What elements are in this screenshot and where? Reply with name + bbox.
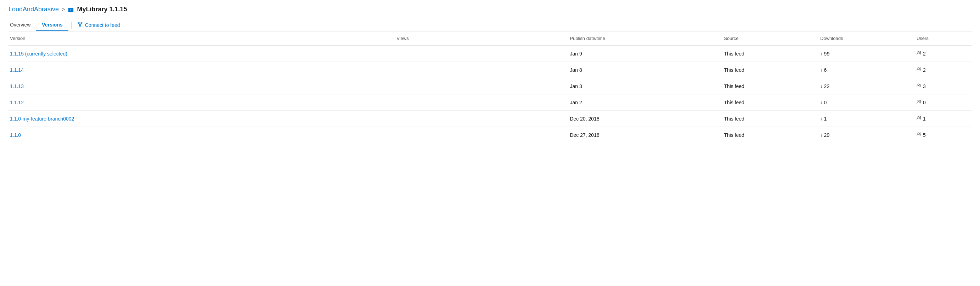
version-link[interactable]: 1.1.15 (currently selected) [10, 51, 67, 57]
connect-to-feed-label: Connect to feed [85, 22, 120, 28]
svg-point-13 [920, 84, 921, 85]
users-count: 2 [923, 67, 926, 73]
download-icon: ↓ [820, 84, 822, 89]
svg-point-15 [920, 100, 921, 102]
version-users: 5 [914, 127, 972, 143]
versions-table-container: Version Views Publish date/time Source D… [0, 32, 980, 143]
tab-divider [71, 22, 72, 28]
breadcrumb-title: MyLibrary 1.1.15 [77, 6, 127, 13]
version-link[interactable]: 1.1.14 [10, 67, 24, 73]
col-header-publish: Publish date/time [567, 32, 721, 46]
version-source: This feed [721, 111, 818, 127]
version-downloads: ↓6 [818, 62, 914, 78]
download-icon: ↓ [820, 67, 822, 73]
svg-point-12 [918, 84, 919, 85]
version-downloads: ↓0 [818, 95, 914, 111]
version-source: This feed [721, 95, 818, 111]
table-row: 1.1.12Jan 2This feed↓00 [8, 95, 972, 111]
version-views [394, 95, 567, 111]
download-icon: ↓ [820, 51, 822, 56]
users-icon [916, 83, 921, 89]
version-downloads: ↓29 [818, 127, 914, 143]
users-count: 0 [923, 100, 926, 105]
version-publish: Jan 9 [567, 46, 721, 62]
version-users: 0 [914, 95, 972, 111]
versions-table: Version Views Publish date/time Source D… [8, 32, 972, 143]
users-icon [916, 132, 921, 138]
version-publish: Jan 8 [567, 62, 721, 78]
version-downloads: ↓99 [818, 46, 914, 62]
svg-point-4 [81, 22, 82, 24]
version-downloads: ↓22 [818, 78, 914, 95]
version-publish: Jan 3 [567, 78, 721, 95]
svg-point-16 [918, 116, 919, 118]
download-count: 22 [824, 84, 830, 89]
package-icon [68, 6, 74, 13]
breadcrumb-org[interactable]: LoudAndAbrasive [8, 6, 59, 13]
version-users: 1 [914, 111, 972, 127]
breadcrumb-separator: > [62, 6, 65, 13]
col-header-views: Views [394, 32, 567, 46]
users-icon [916, 67, 921, 73]
users-count: 2 [923, 51, 926, 57]
svg-point-11 [920, 68, 921, 69]
col-header-users: Users [914, 32, 972, 46]
version-link[interactable]: 1.1.0-my-feature-branch0002 [10, 116, 74, 122]
users-count: 5 [923, 132, 926, 138]
table-row: 1.1.14Jan 8This feed↓62 [8, 62, 972, 78]
tab-overview[interactable]: Overview [8, 19, 36, 31]
version-views [394, 111, 567, 127]
version-downloads: ↓1 [818, 111, 914, 127]
version-link[interactable]: 1.1.12 [10, 100, 24, 105]
version-link[interactable]: 1.1.0 [10, 132, 21, 138]
users-count: 1 [923, 116, 926, 122]
svg-point-5 [80, 25, 81, 27]
download-icon: ↓ [820, 116, 822, 121]
svg-point-17 [920, 117, 921, 118]
version-views [394, 78, 567, 95]
version-source: This feed [721, 46, 818, 62]
version-views [394, 62, 567, 78]
svg-point-14 [918, 100, 919, 101]
svg-point-18 [918, 133, 919, 134]
users-icon [916, 100, 921, 105]
svg-point-10 [918, 68, 919, 69]
col-header-version: Version [8, 32, 394, 46]
tab-bar: Overview Versions Connect to feed [8, 19, 972, 32]
download-icon: ↓ [820, 132, 822, 137]
svg-line-7 [80, 24, 81, 25]
version-source: This feed [721, 78, 818, 95]
connect-icon [77, 22, 83, 28]
version-users: 3 [914, 78, 972, 95]
download-count: 6 [824, 67, 827, 73]
version-views [394, 46, 567, 62]
table-header-row: Version Views Publish date/time Source D… [8, 32, 972, 46]
table-row: 1.1.13Jan 3This feed↓223 [8, 78, 972, 95]
col-header-downloads: Downloads [818, 32, 914, 46]
svg-point-8 [918, 51, 919, 53]
version-views [394, 127, 567, 143]
table-row: 1.1.15 (currently selected)Jan 9This fee… [8, 46, 972, 62]
svg-point-19 [920, 133, 921, 134]
version-publish: Dec 27, 2018 [567, 127, 721, 143]
svg-point-9 [920, 52, 921, 53]
download-icon: ↓ [820, 100, 822, 105]
version-link[interactable]: 1.1.13 [10, 84, 24, 89]
tab-versions[interactable]: Versions [36, 19, 68, 31]
users-icon [916, 51, 921, 57]
breadcrumb: LoudAndAbrasive > MyLibrary 1.1.15 [8, 6, 972, 13]
download-count: 0 [824, 100, 827, 105]
version-source: This feed [721, 127, 818, 143]
download-count: 99 [824, 51, 830, 57]
users-count: 3 [923, 84, 926, 89]
svg-line-6 [79, 24, 80, 25]
download-count: 1 [824, 116, 827, 122]
users-icon [916, 115, 921, 122]
version-publish: Jan 2 [567, 95, 721, 111]
version-publish: Dec 20, 2018 [567, 111, 721, 127]
connect-to-feed-button[interactable]: Connect to feed [75, 19, 123, 31]
table-row: 1.1.0Dec 27, 2018This feed↓295 [8, 127, 972, 143]
table-row: 1.1.0-my-feature-branch0002Dec 20, 2018T… [8, 111, 972, 127]
svg-point-3 [78, 22, 80, 24]
download-count: 29 [824, 132, 830, 138]
